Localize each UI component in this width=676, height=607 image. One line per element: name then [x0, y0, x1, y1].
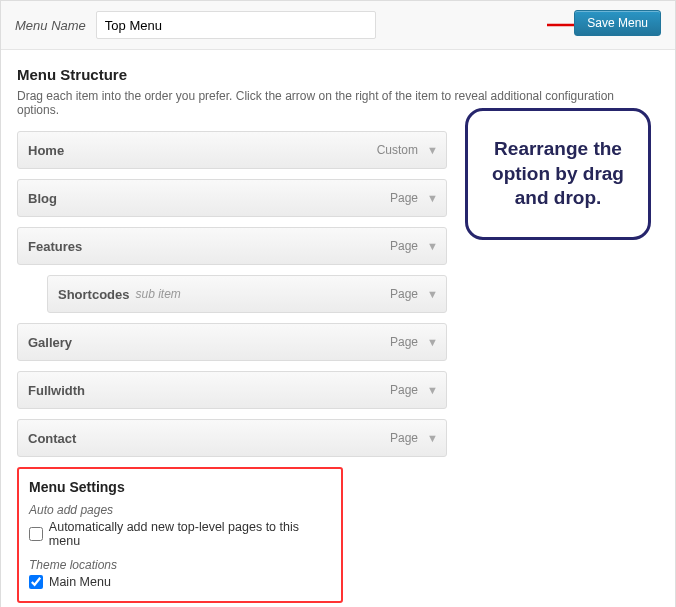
menu-item-title: Fullwidth: [28, 383, 85, 398]
menu-item-type: Page: [390, 383, 418, 397]
menu-item-type: Custom: [377, 143, 418, 157]
theme-loc-checkbox[interactable]: [29, 575, 43, 589]
chevron-down-icon[interactable]: ▼: [427, 336, 438, 348]
menu-item[interactable]: GalleryPage▼: [17, 323, 447, 361]
menu-item-title: Gallery: [28, 335, 72, 350]
menu-item[interactable]: HomeCustom▼: [17, 131, 447, 169]
menu-item-type: Page: [390, 239, 418, 253]
callout-box: Rearrange the option by drag and drop.: [465, 108, 651, 240]
menu-item-title: Features: [28, 239, 82, 254]
menu-item-type: Page: [390, 335, 418, 349]
menu-item[interactable]: FeaturesPage▼: [17, 227, 447, 265]
callout-text: Rearrange the option by drag and drop.: [480, 137, 636, 211]
menu-item-title: Shortcodes: [58, 287, 130, 302]
menu-settings-box: Menu Settings Auto add pages Automatical…: [17, 467, 343, 603]
settings-title: Menu Settings: [29, 479, 331, 495]
chevron-down-icon[interactable]: ▼: [427, 288, 438, 300]
menu-item[interactable]: FullwidthPage▼: [17, 371, 447, 409]
menu-item-type: Page: [390, 431, 418, 445]
auto-add-label: Auto add pages: [29, 503, 331, 517]
chevron-down-icon[interactable]: ▼: [427, 240, 438, 252]
chevron-down-icon[interactable]: ▼: [427, 144, 438, 156]
header-row: Menu Name Save Menu: [1, 1, 675, 50]
menu-item[interactable]: Shortcodessub itemPage▼: [47, 275, 447, 313]
chevron-down-icon[interactable]: ▼: [427, 192, 438, 204]
theme-loc-row[interactable]: Main Menu: [29, 575, 331, 589]
menu-edit-page: Menu Name Save Menu Menu Structure Drag …: [0, 0, 676, 607]
chevron-down-icon[interactable]: ▼: [427, 384, 438, 396]
menu-item-type: Page: [390, 191, 418, 205]
menu-item[interactable]: BlogPage▼: [17, 179, 447, 217]
menu-name-label: Menu Name: [15, 18, 86, 33]
auto-add-row[interactable]: Automatically add new top-level pages to…: [29, 520, 331, 548]
structure-title: Menu Structure: [17, 66, 659, 83]
save-menu-button-top[interactable]: Save Menu: [574, 10, 661, 36]
chevron-down-icon[interactable]: ▼: [427, 432, 438, 444]
menu-item-subnote: sub item: [136, 287, 181, 301]
menu-item-title: Home: [28, 143, 64, 158]
menu-item-title: Contact: [28, 431, 76, 446]
menu-item[interactable]: ContactPage▼: [17, 419, 447, 457]
auto-add-checkbox[interactable]: [29, 527, 43, 541]
menu-items-list: HomeCustom▼BlogPage▼FeaturesPage▼Shortco…: [17, 131, 447, 457]
menu-item-title: Blog: [28, 191, 57, 206]
theme-loc-label: Theme locations: [29, 558, 331, 572]
menu-item-type: Page: [390, 287, 418, 301]
auto-add-text: Automatically add new top-level pages to…: [49, 520, 331, 548]
menu-name-input[interactable]: [96, 11, 376, 39]
theme-loc-text: Main Menu: [49, 575, 111, 589]
content-area: Menu Structure Drag each item into the o…: [1, 50, 675, 607]
